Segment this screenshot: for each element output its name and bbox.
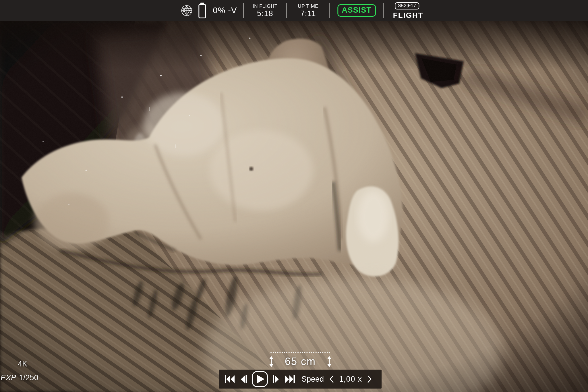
measurement-dotted-line: [270, 352, 330, 353]
play-button[interactable]: [252, 371, 268, 387]
divider: [329, 3, 330, 18]
step-forward-button[interactable]: [273, 375, 280, 383]
divider: [383, 3, 384, 18]
skip-to-end-button[interactable]: [285, 375, 295, 383]
up-time-label: UP TIME: [298, 3, 318, 9]
exposure-prefix: EXP: [1, 373, 16, 382]
skip-to-start-button[interactable]: [225, 375, 235, 383]
battery-voltage: -V: [228, 6, 237, 15]
chevron-left-icon: [329, 375, 334, 383]
in-flight-metric: IN FLIGHT 5:18: [250, 3, 280, 18]
skip-start-icon: [225, 375, 235, 383]
in-flight-label: IN FLIGHT: [253, 3, 278, 9]
speed-value: 1,00 x: [339, 375, 362, 384]
globe-icon: [181, 5, 193, 17]
measurement-overlay: 65 cm: [269, 352, 332, 368]
session-badge: S52|F17: [395, 2, 419, 9]
battery-icon: [198, 3, 206, 19]
arrow-updown-icon: [327, 356, 332, 367]
step-back-button[interactable]: [240, 375, 247, 383]
in-flight-value: 5:18: [257, 9, 273, 18]
arrow-updown-icon: [269, 356, 274, 367]
speed-increase-button[interactable]: [367, 375, 372, 383]
up-time-metric: UP TIME 7:11: [293, 3, 323, 18]
mode-label: FLIGHT: [393, 11, 423, 20]
measurement-value: 65 cm: [285, 356, 316, 368]
divider: [243, 3, 244, 18]
assist-badge: ASSIST: [337, 4, 376, 17]
top-status-bar: 0% -V IN FLIGHT 5:18 UP TIME 7:11 ASSIST…: [0, 0, 588, 21]
video-feed: [0, 21, 588, 392]
up-time-value: 7:11: [300, 9, 316, 18]
chevron-right-icon: [368, 375, 372, 383]
playback-bar: Speed 1,00 x: [219, 370, 382, 389]
resolution-label: 4K: [18, 360, 27, 368]
battery-status: 0% -V: [213, 6, 237, 15]
exposure-label: EXP1/250: [1, 373, 38, 382]
divider: [286, 3, 287, 18]
battery-percent: 0%: [213, 6, 225, 15]
speed-label: Speed: [301, 375, 324, 384]
flight-cluster: S52|F17 FLIGHT: [393, 2, 423, 20]
step-forward-icon: [273, 375, 280, 383]
silo-inspection-frame: [0, 21, 588, 392]
step-back-icon: [240, 375, 247, 383]
drone-flight-app: 0% -V IN FLIGHT 5:18 UP TIME 7:11 ASSIST…: [0, 0, 588, 392]
speed-decrease-button[interactable]: [329, 375, 334, 383]
skip-end-icon: [285, 375, 295, 383]
exposure-value: 1/250: [19, 373, 38, 382]
play-icon: [257, 375, 264, 383]
